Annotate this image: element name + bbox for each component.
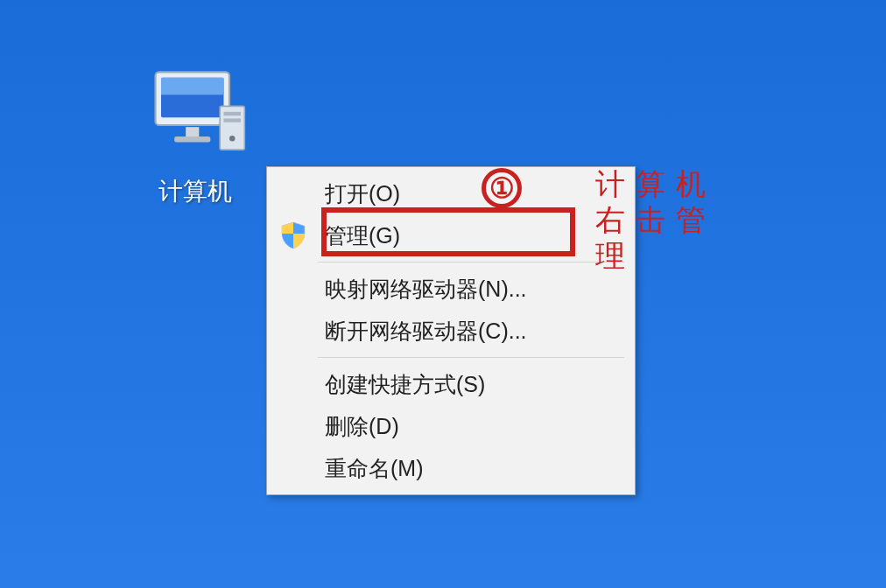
svg-rect-7 [223,118,241,122]
blank-icon [272,410,314,442]
blank-icon [272,452,314,484]
blank-icon [272,178,314,209]
svg-rect-4 [174,136,210,143]
computer-icon [134,61,257,166]
menu-item-delete[interactable]: 删除(D) [269,405,633,447]
context-menu: 打开(O) 管理(G) 映射网络驱动器(N)... 断开网络驱动器(C)... … [266,166,636,495]
blank-icon [272,315,314,346]
menu-separator [318,357,624,358]
svg-point-8 [229,136,236,142]
desktop-icon-label: 计算机 [118,175,271,208]
menu-item-rename[interactable]: 重命名(M) [269,447,633,489]
menu-item-label: 删除(D) [325,412,399,441]
menu-item-label: 重命名(M) [325,454,423,483]
menu-item-map-network-drive[interactable]: 映射网络驱动器(N)... [269,268,633,310]
svg-rect-3 [186,127,199,136]
menu-item-open[interactable]: 打开(O) [269,172,633,214]
desktop-icon-computer[interactable]: 计算机 [118,61,271,208]
blank-icon [272,273,314,304]
menu-separator [318,262,624,262]
menu-item-label: 创建快捷方式(S) [325,370,485,399]
menu-item-label: 映射网络驱动器(N)... [325,275,527,304]
svg-rect-2 [161,78,224,94]
menu-item-label: 打开(O) [325,179,400,208]
menu-item-label: 断开网络驱动器(C)... [325,317,527,346]
menu-item-label: 管理(G) [325,221,400,250]
menu-item-disconnect-network-drive[interactable]: 断开网络驱动器(C)... [269,310,633,352]
menu-item-create-shortcut[interactable]: 创建快捷方式(S) [269,363,633,405]
svg-rect-6 [223,112,241,116]
blank-icon [272,368,314,400]
menu-item-manage[interactable]: 管理(G) [269,214,633,256]
uac-shield-icon [272,220,314,251]
